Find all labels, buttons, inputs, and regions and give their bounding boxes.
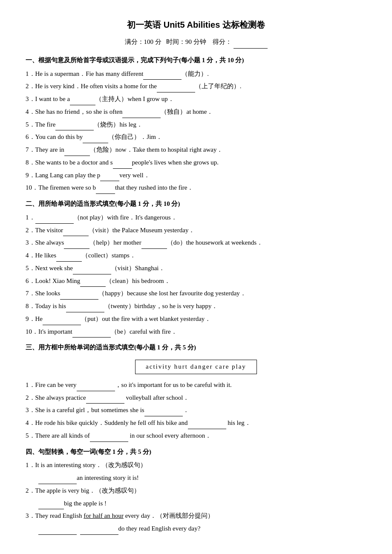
s1-item9: 9．Lang Lang can play the p very well． bbox=[26, 170, 366, 182]
s2-blank6[interactable] bbox=[80, 280, 106, 287]
s3-blank3[interactable] bbox=[144, 410, 183, 416]
s4-item2-blank: big the apple is ! bbox=[26, 498, 366, 510]
s3-item5: 5．There are all kinds of in our school e… bbox=[26, 430, 366, 442]
s2-blank1[interactable] bbox=[35, 217, 74, 224]
s1-item10: 10．The firemen were so b that they rushe… bbox=[26, 182, 366, 194]
s4-item1-blank: an interesting story it is! bbox=[26, 472, 366, 484]
s2-blank10[interactable] bbox=[72, 331, 111, 338]
s4-item3-blank: do they read English every day? bbox=[26, 523, 366, 535]
s2-blank3a[interactable] bbox=[64, 242, 89, 249]
s2-item10: 10．It's important （be）careful with fire． bbox=[26, 326, 366, 338]
s1-blank3[interactable] bbox=[70, 99, 95, 105]
s1-blank8[interactable] bbox=[113, 162, 132, 169]
s3-item2: 2．She always practice volleyball after s… bbox=[26, 392, 366, 404]
s4-blank2[interactable] bbox=[38, 503, 64, 509]
s1-blank5[interactable] bbox=[55, 124, 94, 130]
s2-blank9[interactable] bbox=[43, 319, 81, 325]
s1-blank6[interactable] bbox=[83, 137, 108, 143]
score-blank bbox=[233, 36, 268, 49]
s2-item9: 9．He （put）out the fire with a wet blanke… bbox=[26, 313, 366, 325]
s2-blank4[interactable] bbox=[56, 255, 82, 262]
s1-blank10[interactable] bbox=[96, 188, 115, 194]
s3-blank1[interactable] bbox=[77, 385, 115, 391]
s2-item5: 5．Next week she （visit）Shanghai． bbox=[26, 263, 366, 274]
s1-item1: 1．He is a superman．Fie has many differen… bbox=[26, 68, 366, 80]
s2-item7: 7．She looks （happy）because she lost her … bbox=[26, 288, 366, 300]
s4-blank3a[interactable] bbox=[38, 528, 77, 535]
s3-item3: 3．She is a careful girl，but sometimes sh… bbox=[26, 404, 366, 416]
s1-blank2[interactable] bbox=[157, 86, 195, 92]
s1-item6: 6．You can do this by （你自己）．Jim． bbox=[26, 131, 366, 143]
s1-blank1[interactable] bbox=[143, 73, 182, 80]
s2-blank2[interactable] bbox=[63, 230, 89, 236]
s4-blank1[interactable] bbox=[38, 478, 77, 484]
s2-blank8[interactable] bbox=[66, 306, 104, 312]
section1-title: 一、根据句意及所给首字母或汉语提示，完成下列句子(每小题 1 分，共 10 分) bbox=[26, 55, 366, 66]
s3-item4: 4．He rode his bike quickly．Suddenly he f… bbox=[26, 417, 366, 429]
s1-item8: 8．She wants to be a doctor and s people'… bbox=[26, 157, 366, 169]
s2-blank7[interactable] bbox=[60, 293, 98, 300]
s2-item8: 8．Today is his （twenty）birthday，so he is… bbox=[26, 300, 366, 312]
s1-blank4[interactable] bbox=[122, 112, 161, 118]
section4-title: 四、句型转换，每空一词(每空 1 分，共 5 分) bbox=[26, 446, 366, 458]
s4-underline-text: for half an hour bbox=[84, 512, 124, 519]
s1-item3: 3．I want to be a （主持人）when I grow up． bbox=[26, 93, 366, 105]
subtitle: 满分：100 分 时间：90 分钟 得分： bbox=[26, 36, 366, 49]
s1-blank7[interactable] bbox=[64, 150, 90, 156]
section2-title: 二、用所给单词的适当形式填空(每小题 1 分，共 10 分) bbox=[26, 198, 366, 210]
s3-blank2[interactable] bbox=[86, 397, 124, 404]
full-score-label: 满分：100 分 时间：90 分钟 得分： bbox=[125, 38, 232, 45]
s4-item1-main: 1．It is an interesting story．（改为感叹句） bbox=[26, 459, 366, 471]
s2-item3: 3．She always （help）her mother （do）the ho… bbox=[26, 237, 366, 249]
s1-item4: 4．She has no friend，so she is often （独自）… bbox=[26, 106, 366, 118]
s2-item2: 2．The visitor （visit）the Palace Museum y… bbox=[26, 225, 366, 237]
word-box: activity hurt danger care play bbox=[135, 360, 257, 374]
section3-title: 三、用方框中所给单词的适当形式填空(每小题 1 分，共 5 分) bbox=[26, 342, 366, 354]
s2-blank3b[interactable] bbox=[141, 242, 167, 249]
s1-item5: 5．The fire （烧伤）his leg． bbox=[26, 119, 366, 131]
s2-item1: 1． （not play）with fire．It's dangerous． bbox=[26, 212, 366, 224]
s4-item3-main: 3．They read English for half an hour eve… bbox=[26, 510, 366, 522]
s1-item7: 7．They are in （危险）now．Take them to hospi… bbox=[26, 144, 366, 156]
s3-blank4[interactable] bbox=[188, 423, 226, 429]
s4-blank3b[interactable] bbox=[80, 528, 118, 535]
s2-blank5[interactable] bbox=[73, 268, 111, 274]
s3-blank5[interactable] bbox=[90, 436, 128, 442]
s4-item2-main: 2．The apple is very big．（改为感叹句） bbox=[26, 485, 366, 497]
s3-item1: 1．Fire can be very ，so it's important fo… bbox=[26, 379, 366, 391]
s1-blank9[interactable] bbox=[100, 175, 119, 181]
s1-item2: 2．He is very kind．He often visits a home… bbox=[26, 81, 366, 92]
s2-item6: 6．Look! Xiao Ming （clean）his bedroom． bbox=[26, 275, 366, 287]
s2-item4: 4．He likes （collect）stamps． bbox=[26, 250, 366, 262]
page-title: 初一英语 Unit5 Abilities 达标检测卷 bbox=[26, 17, 366, 33]
